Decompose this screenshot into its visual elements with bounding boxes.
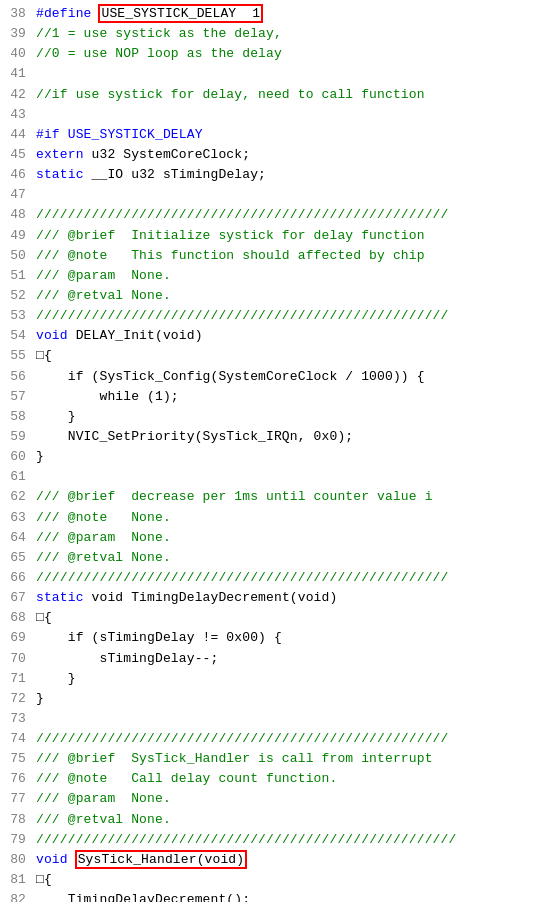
- code-token: #define: [36, 6, 99, 21]
- code-line: 51/// @param None.: [0, 266, 553, 286]
- line-number: 55: [0, 346, 36, 366]
- line-number: 39: [0, 24, 36, 44]
- line-code: [36, 709, 553, 729]
- line-number: 77: [0, 789, 36, 809]
- line-number: 59: [0, 427, 36, 447]
- line-code: /// @param None.: [36, 528, 553, 548]
- code-token: /// @brief Initialize systick for delay …: [36, 228, 425, 243]
- line-code: //1 = use systick as the delay,: [36, 24, 553, 44]
- code-line: 77/// @param None.: [0, 789, 553, 809]
- code-line: 39//1 = use systick as the delay,: [0, 24, 553, 44]
- line-code: while (1);: [36, 387, 553, 407]
- code-line: 78/// @retval None.: [0, 810, 553, 830]
- line-code: //if use systick for delay, need to call…: [36, 85, 553, 105]
- line-number: 42: [0, 85, 36, 105]
- code-token: //1 = use systick as the delay,: [36, 26, 282, 41]
- line-code: ////////////////////////////////////////…: [36, 568, 553, 588]
- code-line: 64/// @param None.: [0, 528, 553, 548]
- code-line: 67static void TimingDelayDecrement(void): [0, 588, 553, 608]
- code-token: while (1);: [36, 389, 179, 404]
- line-code: /// @param None.: [36, 789, 553, 809]
- code-line: 76/// @note Call delay count function.: [0, 769, 553, 789]
- line-code: /// @note None.: [36, 508, 553, 528]
- code-token: static: [36, 167, 92, 182]
- line-number: 57: [0, 387, 36, 407]
- line-number: 69: [0, 628, 36, 648]
- code-line: 46static __IO u32 sTimingDelay;: [0, 165, 553, 185]
- line-code: //0 = use NOP loop as the delay: [36, 44, 553, 64]
- line-number: 82: [0, 890, 36, 902]
- code-line: 52/// @retval None.: [0, 286, 553, 306]
- line-number: 65: [0, 548, 36, 568]
- line-number: 70: [0, 649, 36, 669]
- line-code: □{: [36, 346, 553, 366]
- line-code: void SysTick_Handler(void): [36, 850, 553, 870]
- code-line: 53//////////////////////////////////////…: [0, 306, 553, 326]
- code-line: 74//////////////////////////////////////…: [0, 729, 553, 749]
- line-code: }: [36, 689, 553, 709]
- code-line: 54void DELAY_Init(void): [0, 326, 553, 346]
- code-line: 61: [0, 467, 553, 487]
- code-token: }: [36, 409, 76, 424]
- code-line: 75/// @brief SysTick_Handler is call fro…: [0, 749, 553, 769]
- line-code: void DELAY_Init(void): [36, 326, 553, 346]
- line-number: 71: [0, 669, 36, 689]
- line-code: /// @brief SysTick_Handler is call from …: [36, 749, 553, 769]
- line-number: 78: [0, 810, 36, 830]
- code-editor: 38#define USE_SYSTICK_DELAY 139//1 = use…: [0, 0, 553, 902]
- code-token: /// @brief decrease per 1ms until counte…: [36, 489, 433, 504]
- code-line: 60}: [0, 447, 553, 467]
- line-code: NVIC_SetPriority(SysTick_IRQn, 0x0);: [36, 427, 553, 447]
- line-number: 76: [0, 769, 36, 789]
- highlighted-code: SysTick_Handler(void): [76, 851, 247, 868]
- line-number: 49: [0, 226, 36, 246]
- line-number: 80: [0, 850, 36, 870]
- code-line: 65/// @retval None.: [0, 548, 553, 568]
- line-code: /// @note This function should affected …: [36, 246, 553, 266]
- code-line: 73: [0, 709, 553, 729]
- line-number: 41: [0, 64, 36, 84]
- code-line: 45extern u32 SystemCoreClock;: [0, 145, 553, 165]
- code-token: DELAY_Init(void): [76, 328, 203, 343]
- code-line: 41: [0, 64, 553, 84]
- line-number: 79: [0, 830, 36, 850]
- code-token: //0 = use NOP loop as the delay: [36, 46, 282, 61]
- code-line: 71 }: [0, 669, 553, 689]
- code-line: 40//0 = use NOP loop as the delay: [0, 44, 553, 64]
- code-line: 63/// @note None.: [0, 508, 553, 528]
- line-code: static __IO u32 sTimingDelay;: [36, 165, 553, 185]
- code-token: void: [36, 852, 76, 867]
- line-number: 63: [0, 508, 36, 528]
- line-code: /// @retval None.: [36, 810, 553, 830]
- highlighted-code: USE_SYSTICK_DELAY 1: [99, 5, 262, 22]
- code-token: ////////////////////////////////////////…: [36, 731, 448, 746]
- code-line: 43: [0, 105, 553, 125]
- code-token: ////: [36, 832, 68, 847]
- code-line: 68□{: [0, 608, 553, 628]
- code-line: 59 NVIC_SetPriority(SysTick_IRQn, 0x0);: [0, 427, 553, 447]
- code-token: void: [36, 328, 76, 343]
- line-code: /// @retval None.: [36, 548, 553, 568]
- line-number: 75: [0, 749, 36, 769]
- code-token: /// @note Call delay count function.: [36, 771, 337, 786]
- code-line: 48//////////////////////////////////////…: [0, 205, 553, 225]
- line-number: 51: [0, 266, 36, 286]
- code-line: 42//if use systick for delay, need to ca…: [0, 85, 553, 105]
- line-code: /// @brief decrease per 1ms until counte…: [36, 487, 553, 507]
- line-number: 58: [0, 407, 36, 427]
- code-token: u32 sTimingDelay;: [131, 167, 266, 182]
- code-token: /// @param None.: [36, 530, 171, 545]
- code-line: 70 sTimingDelay--;: [0, 649, 553, 669]
- code-token: __IO: [92, 167, 132, 182]
- code-line: 79//////////////////////////////////////…: [0, 830, 553, 850]
- line-number: 68: [0, 608, 36, 628]
- line-number: 38: [0, 4, 36, 24]
- line-number: 60: [0, 447, 36, 467]
- line-code: [36, 64, 553, 84]
- code-line: 47: [0, 185, 553, 205]
- code-line: 38#define USE_SYSTICK_DELAY 1: [0, 4, 553, 24]
- line-number: 67: [0, 588, 36, 608]
- code-line: 81□{: [0, 870, 553, 890]
- code-token: /// @retval None.: [36, 288, 171, 303]
- line-code: if (sTimingDelay != 0x00) {: [36, 628, 553, 648]
